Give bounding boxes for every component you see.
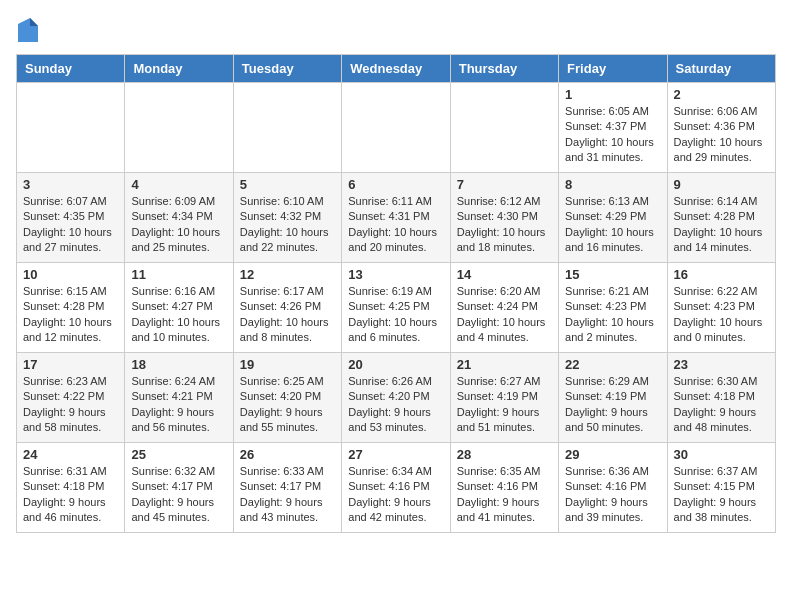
calendar-cell xyxy=(17,83,125,173)
calendar-cell: 26Sunrise: 6:33 AM Sunset: 4:17 PM Dayli… xyxy=(233,443,341,533)
calendar-cell xyxy=(125,83,233,173)
day-info: Sunrise: 6:35 AM Sunset: 4:16 PM Dayligh… xyxy=(457,464,552,526)
calendar-cell: 10Sunrise: 6:15 AM Sunset: 4:28 PM Dayli… xyxy=(17,263,125,353)
day-info: Sunrise: 6:13 AM Sunset: 4:29 PM Dayligh… xyxy=(565,194,660,256)
day-info: Sunrise: 6:11 AM Sunset: 4:31 PM Dayligh… xyxy=(348,194,443,256)
calendar-cell: 14Sunrise: 6:20 AM Sunset: 4:24 PM Dayli… xyxy=(450,263,558,353)
day-number: 16 xyxy=(674,267,769,282)
day-number: 13 xyxy=(348,267,443,282)
day-info: Sunrise: 6:36 AM Sunset: 4:16 PM Dayligh… xyxy=(565,464,660,526)
calendar-cell: 3Sunrise: 6:07 AM Sunset: 4:35 PM Daylig… xyxy=(17,173,125,263)
day-number: 14 xyxy=(457,267,552,282)
day-number: 21 xyxy=(457,357,552,372)
calendar-cell: 12Sunrise: 6:17 AM Sunset: 4:26 PM Dayli… xyxy=(233,263,341,353)
day-info: Sunrise: 6:10 AM Sunset: 4:32 PM Dayligh… xyxy=(240,194,335,256)
header-day-wednesday: Wednesday xyxy=(342,55,450,83)
header-day-sunday: Sunday xyxy=(17,55,125,83)
day-info: Sunrise: 6:16 AM Sunset: 4:27 PM Dayligh… xyxy=(131,284,226,346)
calendar-cell xyxy=(342,83,450,173)
day-number: 2 xyxy=(674,87,769,102)
calendar-cell: 27Sunrise: 6:34 AM Sunset: 4:16 PM Dayli… xyxy=(342,443,450,533)
day-number: 30 xyxy=(674,447,769,462)
day-number: 17 xyxy=(23,357,118,372)
calendar-cell: 13Sunrise: 6:19 AM Sunset: 4:25 PM Dayli… xyxy=(342,263,450,353)
calendar-cell: 19Sunrise: 6:25 AM Sunset: 4:20 PM Dayli… xyxy=(233,353,341,443)
calendar-header: SundayMondayTuesdayWednesdayThursdayFrid… xyxy=(17,55,776,83)
calendar-cell: 7Sunrise: 6:12 AM Sunset: 4:30 PM Daylig… xyxy=(450,173,558,263)
day-info: Sunrise: 6:34 AM Sunset: 4:16 PM Dayligh… xyxy=(348,464,443,526)
calendar-cell: 21Sunrise: 6:27 AM Sunset: 4:19 PM Dayli… xyxy=(450,353,558,443)
week-row-4: 17Sunrise: 6:23 AM Sunset: 4:22 PM Dayli… xyxy=(17,353,776,443)
calendar-cell: 28Sunrise: 6:35 AM Sunset: 4:16 PM Dayli… xyxy=(450,443,558,533)
day-number: 29 xyxy=(565,447,660,462)
day-info: Sunrise: 6:06 AM Sunset: 4:36 PM Dayligh… xyxy=(674,104,769,166)
day-info: Sunrise: 6:33 AM Sunset: 4:17 PM Dayligh… xyxy=(240,464,335,526)
day-info: Sunrise: 6:09 AM Sunset: 4:34 PM Dayligh… xyxy=(131,194,226,256)
svg-marker-1 xyxy=(30,18,38,26)
day-info: Sunrise: 6:07 AM Sunset: 4:35 PM Dayligh… xyxy=(23,194,118,256)
day-number: 22 xyxy=(565,357,660,372)
calendar-cell: 16Sunrise: 6:22 AM Sunset: 4:23 PM Dayli… xyxy=(667,263,775,353)
calendar-cell xyxy=(233,83,341,173)
calendar-cell: 11Sunrise: 6:16 AM Sunset: 4:27 PM Dayli… xyxy=(125,263,233,353)
calendar-cell: 15Sunrise: 6:21 AM Sunset: 4:23 PM Dayli… xyxy=(559,263,667,353)
calendar-cell: 23Sunrise: 6:30 AM Sunset: 4:18 PM Dayli… xyxy=(667,353,775,443)
day-number: 20 xyxy=(348,357,443,372)
calendar-cell: 24Sunrise: 6:31 AM Sunset: 4:18 PM Dayli… xyxy=(17,443,125,533)
day-info: Sunrise: 6:20 AM Sunset: 4:24 PM Dayligh… xyxy=(457,284,552,346)
day-number: 28 xyxy=(457,447,552,462)
day-number: 23 xyxy=(674,357,769,372)
calendar-cell: 5Sunrise: 6:10 AM Sunset: 4:32 PM Daylig… xyxy=(233,173,341,263)
day-info: Sunrise: 6:29 AM Sunset: 4:19 PM Dayligh… xyxy=(565,374,660,436)
calendar: SundayMondayTuesdayWednesdayThursdayFrid… xyxy=(16,54,776,533)
calendar-cell: 4Sunrise: 6:09 AM Sunset: 4:34 PM Daylig… xyxy=(125,173,233,263)
calendar-cell: 1Sunrise: 6:05 AM Sunset: 4:37 PM Daylig… xyxy=(559,83,667,173)
day-info: Sunrise: 6:37 AM Sunset: 4:15 PM Dayligh… xyxy=(674,464,769,526)
day-number: 24 xyxy=(23,447,118,462)
logo-icon xyxy=(16,16,40,44)
day-info: Sunrise: 6:23 AM Sunset: 4:22 PM Dayligh… xyxy=(23,374,118,436)
svg-marker-0 xyxy=(18,18,38,42)
week-row-1: 1Sunrise: 6:05 AM Sunset: 4:37 PM Daylig… xyxy=(17,83,776,173)
header-day-monday: Monday xyxy=(125,55,233,83)
header-day-friday: Friday xyxy=(559,55,667,83)
day-info: Sunrise: 6:26 AM Sunset: 4:20 PM Dayligh… xyxy=(348,374,443,436)
week-row-3: 10Sunrise: 6:15 AM Sunset: 4:28 PM Dayli… xyxy=(17,263,776,353)
calendar-cell: 20Sunrise: 6:26 AM Sunset: 4:20 PM Dayli… xyxy=(342,353,450,443)
day-info: Sunrise: 6:05 AM Sunset: 4:37 PM Dayligh… xyxy=(565,104,660,166)
day-number: 10 xyxy=(23,267,118,282)
header-row: SundayMondayTuesdayWednesdayThursdayFrid… xyxy=(17,55,776,83)
day-number: 8 xyxy=(565,177,660,192)
header-day-tuesday: Tuesday xyxy=(233,55,341,83)
calendar-cell: 29Sunrise: 6:36 AM Sunset: 4:16 PM Dayli… xyxy=(559,443,667,533)
day-number: 19 xyxy=(240,357,335,372)
day-info: Sunrise: 6:21 AM Sunset: 4:23 PM Dayligh… xyxy=(565,284,660,346)
day-number: 6 xyxy=(348,177,443,192)
day-number: 3 xyxy=(23,177,118,192)
day-info: Sunrise: 6:15 AM Sunset: 4:28 PM Dayligh… xyxy=(23,284,118,346)
day-info: Sunrise: 6:22 AM Sunset: 4:23 PM Dayligh… xyxy=(674,284,769,346)
calendar-cell: 30Sunrise: 6:37 AM Sunset: 4:15 PM Dayli… xyxy=(667,443,775,533)
day-number: 15 xyxy=(565,267,660,282)
calendar-cell xyxy=(450,83,558,173)
day-number: 18 xyxy=(131,357,226,372)
day-info: Sunrise: 6:24 AM Sunset: 4:21 PM Dayligh… xyxy=(131,374,226,436)
day-info: Sunrise: 6:31 AM Sunset: 4:18 PM Dayligh… xyxy=(23,464,118,526)
day-info: Sunrise: 6:12 AM Sunset: 4:30 PM Dayligh… xyxy=(457,194,552,256)
day-number: 12 xyxy=(240,267,335,282)
day-number: 9 xyxy=(674,177,769,192)
day-number: 11 xyxy=(131,267,226,282)
calendar-body: 1Sunrise: 6:05 AM Sunset: 4:37 PM Daylig… xyxy=(17,83,776,533)
calendar-cell: 18Sunrise: 6:24 AM Sunset: 4:21 PM Dayli… xyxy=(125,353,233,443)
header-day-saturday: Saturday xyxy=(667,55,775,83)
day-info: Sunrise: 6:19 AM Sunset: 4:25 PM Dayligh… xyxy=(348,284,443,346)
calendar-cell: 2Sunrise: 6:06 AM Sunset: 4:36 PM Daylig… xyxy=(667,83,775,173)
day-info: Sunrise: 6:32 AM Sunset: 4:17 PM Dayligh… xyxy=(131,464,226,526)
day-number: 26 xyxy=(240,447,335,462)
calendar-cell: 25Sunrise: 6:32 AM Sunset: 4:17 PM Dayli… xyxy=(125,443,233,533)
day-info: Sunrise: 6:27 AM Sunset: 4:19 PM Dayligh… xyxy=(457,374,552,436)
week-row-5: 24Sunrise: 6:31 AM Sunset: 4:18 PM Dayli… xyxy=(17,443,776,533)
day-info: Sunrise: 6:14 AM Sunset: 4:28 PM Dayligh… xyxy=(674,194,769,256)
week-row-2: 3Sunrise: 6:07 AM Sunset: 4:35 PM Daylig… xyxy=(17,173,776,263)
day-number: 4 xyxy=(131,177,226,192)
